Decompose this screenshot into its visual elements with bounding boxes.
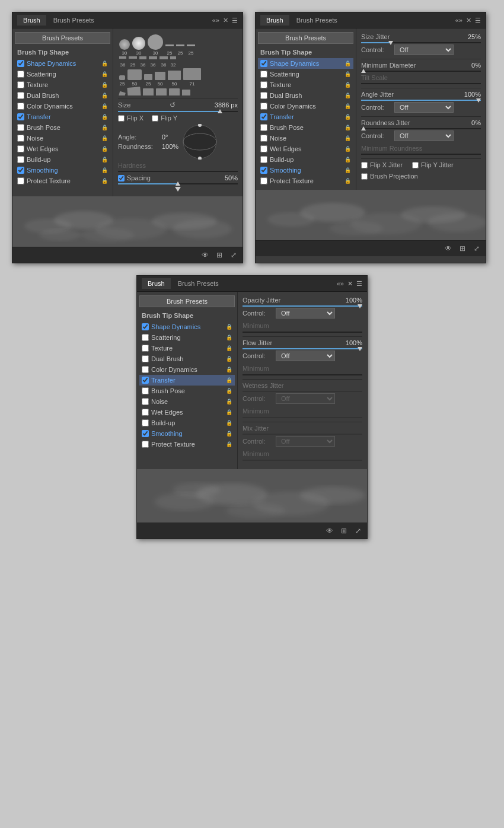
sidebar-transfer-2[interactable]: Transfer 🔒 [258, 112, 353, 122]
brush-item-4-5[interactable]: 50 [169, 88, 180, 95]
sidebar-shape-dynamics-1[interactable]: Shape Dynamics 🔒 [15, 58, 110, 69]
brush-item-1-5[interactable]: 25 [176, 44, 184, 56]
check-dual-brush-3[interactable] [142, 355, 149, 362]
sidebar-color-dynamics-1[interactable]: Color Dynamics 🔒 [15, 101, 110, 112]
sidebar-wet-edges-1[interactable]: Wet Edges 🔒 [15, 144, 110, 154]
check-transfer-2[interactable] [260, 113, 267, 120]
sidebar-smoothing-2[interactable]: Smoothing 🔒 [258, 165, 353, 176]
reset-icon-1[interactable]: ↺ [170, 101, 176, 109]
grid-icon-1[interactable]: ⊞ [214, 250, 225, 260]
sidebar-dual-brush-3[interactable]: Dual Brush 🔒 [139, 354, 235, 364]
check-smoothing-1[interactable] [17, 167, 24, 174]
brush-item-1-4[interactable]: 25 [165, 44, 174, 56]
sidebar-shape-dynamics-3[interactable]: Shape Dynamics 🔒 [139, 321, 235, 332]
flip-x-jitter-check-2[interactable] [361, 162, 368, 168]
flip-x-check-1[interactable] [118, 115, 125, 122]
check-dual-brush-2[interactable] [260, 92, 267, 99]
menu-icon-1[interactable]: ☰ [232, 17, 238, 24]
check-buildup-3[interactable] [142, 419, 149, 426]
check-shape-dynamics-3[interactable] [142, 323, 149, 330]
sidebar-scattering-1[interactable]: Scattering 🔒 [15, 69, 110, 79]
control-select-angle-2[interactable]: Off [394, 102, 454, 113]
collapse-icon-1[interactable]: «» [212, 17, 219, 24]
sidebar-shape-dynamics-2[interactable]: Shape Dynamics 🔒 [258, 58, 353, 69]
check-brush-pose-3[interactable] [142, 387, 149, 394]
check-buildup-2[interactable] [260, 156, 267, 163]
collapse-icon-2[interactable]: «» [455, 17, 462, 24]
spacing-check-1[interactable] [118, 175, 125, 181]
check-transfer-3[interactable] [142, 377, 149, 384]
check-texture-3[interactable] [142, 345, 149, 352]
sidebar-noise-3[interactable]: Noise 🔒 [139, 396, 235, 407]
brush-item-4-3[interactable]: 50 [143, 88, 154, 95]
eye-icon-2[interactable]: 👁 [443, 243, 454, 254]
check-brush-pose-1[interactable] [17, 124, 24, 131]
check-wet-edges-1[interactable] [17, 145, 24, 152]
brush-item-4-4[interactable]: 50 [156, 88, 167, 95]
check-smoothing-3[interactable] [142, 430, 149, 437]
brush-item-2-4[interactable]: 36 [149, 56, 157, 68]
close-icon-1[interactable]: ✕ [223, 17, 228, 24]
sidebar-protect-texture-1[interactable]: Protect Texture 🔒 [15, 176, 110, 186]
sidebar-dual-brush-1[interactable]: Dual Brush 🔒 [15, 90, 110, 101]
brush-item-4-6[interactable]: 36 [182, 90, 190, 95]
sidebar-protect-texture-2[interactable]: Protect Texture 🔒 [258, 176, 353, 186]
brush-item-2-3[interactable]: 36 [139, 56, 146, 68]
angle-jitter-slider-2[interactable] [361, 100, 481, 101]
collapse-icon-3[interactable]: «» [337, 280, 344, 287]
menu-icon-2[interactable]: ☰ [475, 17, 481, 24]
flip-y-check-1[interactable] [152, 115, 158, 122]
tab-brush-3[interactable]: Brush [142, 278, 171, 289]
check-texture-1[interactable] [17, 81, 24, 88]
check-transfer-1[interactable] [17, 113, 24, 120]
sidebar-transfer-1[interactable]: Transfer 🔒 [15, 112, 110, 122]
sidebar-dual-brush-2[interactable]: Dual Brush 🔒 [258, 90, 353, 101]
menu-icon-3[interactable]: ☰ [356, 280, 362, 288]
brush-item-2-6[interactable]: 32 [170, 56, 176, 68]
check-protect-texture-1[interactable] [17, 177, 24, 184]
brush-projection-check-2[interactable] [361, 173, 368, 180]
sidebar-brush-pose-2[interactable]: Brush Pose 🔒 [258, 122, 353, 133]
preset-btn-2[interactable]: Brush Presets [258, 32, 353, 44]
expand-icon-1[interactable]: ⤢ [228, 250, 239, 260]
sidebar-texture-3[interactable]: Texture 🔒 [139, 343, 235, 354]
brush-item-2-2[interactable]: 25 [129, 56, 137, 68]
sidebar-texture-2[interactable]: Texture 🔒 [258, 79, 353, 90]
opacity-jitter-slider-3[interactable] [243, 305, 362, 307]
sidebar-wet-edges-3[interactable]: Wet Edges 🔒 [139, 407, 235, 418]
min-diameter-slider-2[interactable] [361, 71, 481, 72]
grid-icon-3[interactable]: ⊞ [339, 526, 349, 536]
brush-item-3-4[interactable]: 50 [155, 72, 165, 87]
size-slider-1[interactable] [118, 111, 238, 112]
control-select-flow-3[interactable]: Off [276, 351, 335, 361]
sidebar-protect-texture-3[interactable]: Protect Texture 🔒 [139, 439, 235, 450]
spacing-slider-1[interactable] [118, 183, 238, 184]
check-texture-2[interactable] [260, 81, 267, 88]
sidebar-brush-pose-1[interactable]: Brush Pose 🔒 [15, 122, 110, 133]
sidebar-scattering-2[interactable]: Scattering 🔒 [258, 69, 353, 79]
check-scattering-2[interactable] [260, 71, 267, 78]
min-flow-slider-3[interactable] [243, 374, 362, 375]
check-color-dynamics-3[interactable] [142, 366, 149, 373]
tab-brush-2[interactable]: Brush [260, 15, 289, 26]
sidebar-buildup-3[interactable]: Build-up 🔒 [139, 418, 235, 428]
sidebar-smoothing-1[interactable]: Smoothing 🔒 [15, 165, 110, 176]
brush-item-4-1[interactable]: 25 [119, 92, 125, 95]
size-jitter-slider-2[interactable] [361, 42, 481, 43]
min-roundness-slider-2[interactable] [361, 154, 481, 155]
check-wet-edges-2[interactable] [260, 145, 267, 152]
tab-brush-1[interactable]: Brush [17, 15, 46, 26]
close-icon-3[interactable]: ✕ [347, 280, 353, 288]
sidebar-scattering-3[interactable]: Scattering 🔒 [139, 332, 235, 343]
check-smoothing-2[interactable] [260, 167, 267, 174]
check-wet-edges-3[interactable] [142, 409, 149, 416]
brush-item-1-2[interactable]: 30 [132, 37, 145, 56]
brush-item-1-3[interactable]: 30 [148, 34, 163, 56]
check-protect-texture-3[interactable] [142, 441, 149, 448]
sidebar-buildup-2[interactable]: Build-up 🔒 [258, 154, 353, 165]
brush-item-3-1[interactable]: 25 [119, 75, 125, 87]
brush-item-1-1[interactable]: 30 [119, 39, 130, 56]
check-scattering-1[interactable] [17, 71, 24, 78]
check-buildup-1[interactable] [17, 156, 24, 163]
tab-brush-presets-2[interactable]: Brush Presets [291, 15, 343, 26]
